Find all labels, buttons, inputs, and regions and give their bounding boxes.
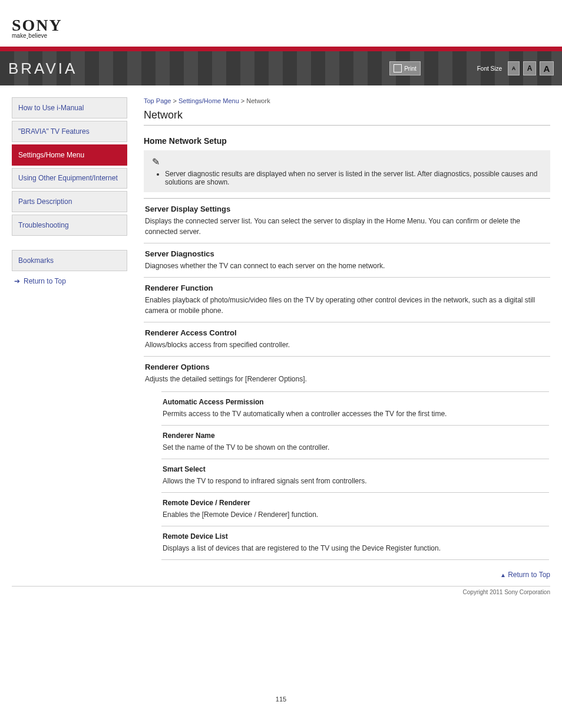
font-size-medium[interactable]: A bbox=[523, 61, 536, 75]
breadcrumb-sep2: > bbox=[239, 97, 247, 104]
sub-settings: Automatic Access Permission Permits acce… bbox=[161, 391, 549, 560]
copyright: Copyright 2011 Sony Corporation bbox=[0, 587, 562, 595]
setting-name: Server Display Settings bbox=[145, 205, 549, 213]
return-to-top[interactable]: ▲ Return to Top bbox=[144, 566, 550, 586]
print-button[interactable]: Print bbox=[389, 61, 421, 75]
sidebar-item-other-equipment[interactable]: Using Other Equipment/Internet bbox=[12, 168, 127, 189]
sony-logo: SONY bbox=[12, 18, 562, 32]
print-label: Print bbox=[404, 65, 416, 72]
section-heading: Home Network Setup bbox=[144, 136, 550, 146]
tagline-a: make bbox=[12, 32, 26, 39]
tagline-b: believe bbox=[28, 32, 47, 39]
chevron-up-icon: ▲ bbox=[500, 572, 506, 578]
breadcrumb-current: Network bbox=[246, 97, 270, 104]
sidebar-item-how-to-use[interactable]: How to Use i-Manual bbox=[12, 97, 127, 118]
main-content: Top Page > Settings/Home Menu > Network … bbox=[144, 97, 550, 586]
setting-server-diagnostics: Server Diagnostics Diagnoses whether the… bbox=[144, 243, 550, 277]
sub-desc: Permits access to the TV automatically w… bbox=[163, 409, 548, 419]
breadcrumb: Top Page > Settings/Home Menu > Network bbox=[144, 97, 550, 104]
arrow-right-icon: ➔ bbox=[14, 277, 20, 285]
setting-desc: Allows/blocks access from specified cont… bbox=[145, 340, 549, 350]
bravia-brand: BRAVIA bbox=[8, 60, 77, 78]
sidebar-item-bookmarks[interactable]: Bookmarks bbox=[12, 250, 127, 271]
setting-name: Renderer Options bbox=[145, 363, 549, 371]
page-title: Network bbox=[144, 109, 550, 126]
breadcrumb-cat[interactable]: Settings/Home Menu bbox=[178, 97, 239, 104]
sub-smart-select: Smart Select Allows the TV to respond to… bbox=[161, 459, 549, 492]
font-size-small[interactable]: A bbox=[508, 61, 520, 75]
font-size-label: Font Size bbox=[477, 65, 502, 72]
setting-desc: Adjusts the detailed settings for [Rende… bbox=[145, 374, 549, 384]
header-bar: BRAVIA Print Font Size A A A bbox=[0, 47, 562, 85]
logo-area: SONY make.believe bbox=[0, 6, 562, 47]
setting-name: Renderer Access Control bbox=[145, 328, 549, 337]
return-to-top-label: Return to Top bbox=[24, 277, 66, 285]
setting-renderer-function: Renderer Function Enables playback of ph… bbox=[144, 277, 550, 322]
sub-name: Smart Select bbox=[163, 465, 548, 473]
sub-auto-access: Automatic Access Permission Permits acce… bbox=[161, 391, 549, 425]
setting-desc: Diagnoses whether the TV can connect to … bbox=[145, 261, 549, 271]
sub-desc: Displays a list of devices that are regi… bbox=[163, 543, 548, 554]
sub-remote-device-renderer: Remote Device / Renderer Enables the [Re… bbox=[161, 492, 549, 526]
setting-name: Renderer Function bbox=[145, 284, 549, 292]
sub-remote-device-list: Remote Device List Displays a list of de… bbox=[161, 526, 549, 559]
setting-renderer-access: Renderer Access Control Allows/blocks ac… bbox=[144, 322, 550, 356]
setting-renderer-options: Renderer Options Adjusts the detailed se… bbox=[144, 356, 550, 566]
return-to-top-label[interactable]: Return to Top bbox=[508, 571, 550, 579]
setting-desc: Displays the connected server list. You … bbox=[145, 216, 549, 237]
note-icon: ✎ bbox=[152, 156, 160, 167]
sub-name: Remote Device / Renderer bbox=[163, 499, 548, 507]
page-number: 115 bbox=[0, 696, 562, 714]
sub-name: Remote Device List bbox=[163, 532, 548, 541]
breadcrumb-top[interactable]: Top Page bbox=[144, 97, 171, 104]
sub-desc: Allows the TV to respond to infrared sig… bbox=[163, 476, 548, 486]
setting-server-display: Server Display Settings Displays the con… bbox=[144, 198, 550, 243]
sub-desc: Set the name of the TV to be shown on th… bbox=[163, 442, 548, 453]
setting-name: Server Diagnostics bbox=[145, 249, 549, 258]
sidebar-item-parts[interactable]: Parts Description bbox=[12, 191, 127, 212]
header-tools: Print Font Size A A A bbox=[389, 61, 554, 75]
setting-desc: Enables playback of photo/music/video fi… bbox=[145, 295, 549, 316]
sub-renderer-name: Renderer Name Set the name of the TV to … bbox=[161, 425, 549, 459]
sub-name: Renderer Name bbox=[163, 431, 548, 440]
sub-desc: Enables the [Remote Device / Renderer] f… bbox=[163, 509, 548, 520]
sony-tagline: make.believe bbox=[12, 31, 562, 41]
notice-box: ✎ Server diagnostic results are displaye… bbox=[144, 150, 550, 192]
return-to-top-sidebar[interactable]: ➔ Return to Top bbox=[12, 274, 127, 289]
sub-name: Automatic Access Permission bbox=[163, 398, 548, 406]
font-size-large[interactable]: A bbox=[540, 61, 554, 75]
breadcrumb-sep: > bbox=[171, 97, 178, 104]
sidebar-item-troubleshooting[interactable]: Troubleshooting bbox=[12, 215, 127, 236]
sidebar-item-features[interactable]: "BRAVIA" TV Features bbox=[12, 121, 127, 142]
sidebar: How to Use i-Manual "BRAVIA" TV Features… bbox=[12, 97, 127, 289]
print-icon bbox=[394, 64, 402, 73]
sidebar-item-settings[interactable]: Settings/Home Menu bbox=[12, 144, 127, 166]
notice-text: Server diagnostic results are displayed … bbox=[165, 170, 542, 186]
